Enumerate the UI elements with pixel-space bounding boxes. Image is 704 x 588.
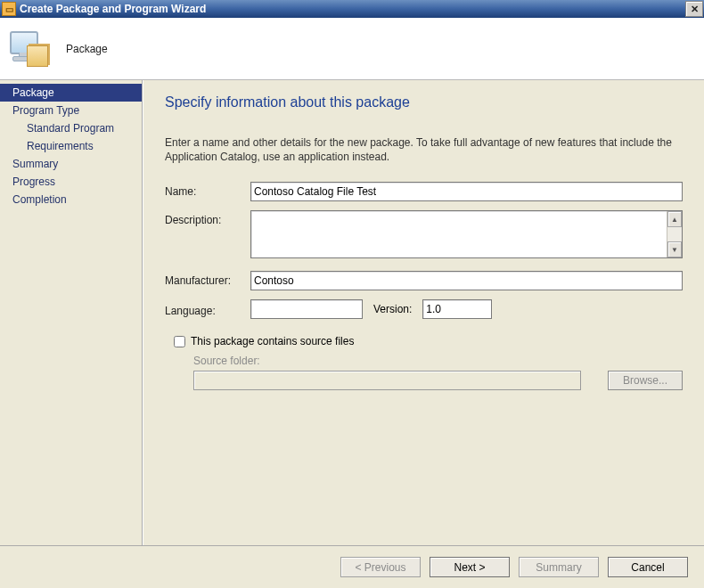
package-icon bbox=[7, 28, 50, 70]
description-label: Description: bbox=[165, 210, 250, 226]
version-input[interactable] bbox=[422, 299, 492, 319]
close-icon: ✕ bbox=[691, 4, 699, 15]
description-scrollbar[interactable]: ▲ ▼ bbox=[667, 211, 682, 257]
description-input[interactable]: ▲ ▼ bbox=[250, 210, 683, 258]
next-button[interactable]: Next > bbox=[430, 557, 510, 577]
source-folder-input bbox=[193, 371, 581, 390]
manufacturer-input[interactable] bbox=[250, 271, 683, 290]
language-input[interactable] bbox=[250, 299, 363, 319]
titlebar: ▭ Create Package and Program Wizard ✕ bbox=[0, 0, 704, 18]
wizard-footer: < Previous Next > Summary Cancel bbox=[0, 545, 704, 588]
nav-item-program-type[interactable]: Program Type bbox=[0, 102, 142, 119]
name-label: Name: bbox=[165, 182, 250, 198]
nav-item-completion[interactable]: Completion bbox=[0, 191, 142, 208]
version-label: Version: bbox=[373, 303, 412, 315]
close-button[interactable]: ✕ bbox=[685, 1, 703, 17]
wizard-nav: Package Program Type Standard Program Re… bbox=[0, 80, 143, 545]
nav-item-package[interactable]: Package bbox=[0, 84, 142, 102]
language-label: Language: bbox=[165, 301, 250, 317]
scroll-down-icon[interactable]: ▼ bbox=[667, 241, 682, 257]
nav-item-requirements[interactable]: Requirements bbox=[0, 137, 142, 155]
contains-source-label: This package contains source files bbox=[191, 335, 354, 347]
wizard-header: Package bbox=[0, 18, 704, 80]
header-title: Package bbox=[66, 43, 108, 55]
manufacturer-label: Manufacturer: bbox=[165, 271, 250, 287]
nav-item-summary[interactable]: Summary bbox=[0, 155, 142, 173]
nav-item-progress[interactable]: Progress bbox=[0, 173, 142, 191]
scroll-up-icon[interactable]: ▲ bbox=[667, 211, 682, 227]
source-folder-label: Source folder: bbox=[193, 355, 683, 367]
name-input[interactable] bbox=[250, 182, 683, 201]
summary-button: Summary bbox=[519, 557, 599, 577]
page-heading: Specify information about this package bbox=[165, 94, 683, 110]
nav-item-standard-program[interactable]: Standard Program bbox=[0, 119, 142, 137]
main-panel: Specify information about this package E… bbox=[143, 80, 704, 545]
browse-button: Browse... bbox=[608, 371, 683, 390]
contains-source-checkbox[interactable] bbox=[174, 336, 185, 347]
cancel-button[interactable]: Cancel bbox=[608, 557, 688, 577]
previous-button: < Previous bbox=[340, 557, 421, 577]
intro-text: Enter a name and other details for the n… bbox=[165, 135, 683, 164]
app-icon: ▭ bbox=[2, 2, 16, 16]
window-title: Create Package and Program Wizard bbox=[20, 3, 685, 15]
